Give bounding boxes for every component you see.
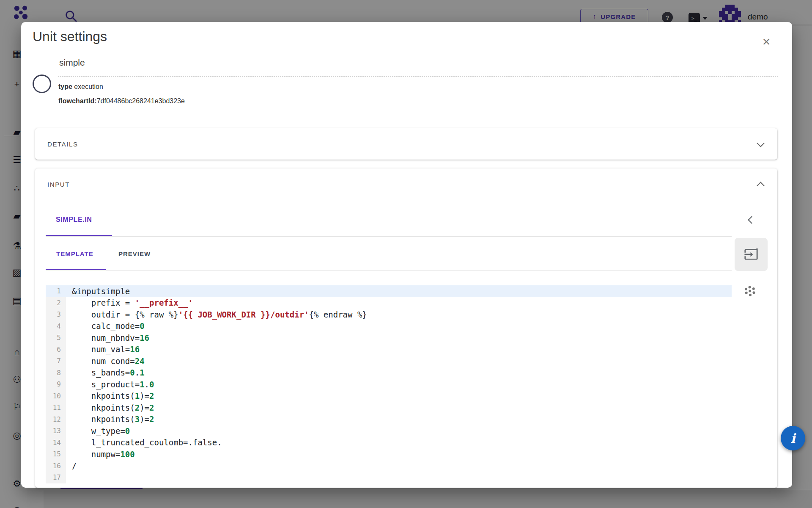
code-line-content[interactable]: / (66, 460, 732, 472)
code-line-content[interactable]: outdir = {% raw %}'{{ JOB_WORK_DIR }}/ou… (66, 309, 732, 320)
line-number: 13 (46, 425, 66, 437)
chevron-left-icon[interactable] (748, 216, 755, 224)
line-number: 7 (46, 355, 66, 367)
code-line-content[interactable]: numpw=100 (66, 448, 732, 460)
tab-simple-in[interactable]: SIMPLE.IN (56, 216, 92, 224)
input-section-label: INPUT (47, 181, 70, 188)
line-number: 14 (46, 437, 66, 449)
line-number: 11 (46, 402, 66, 414)
unit-type-value: execution (72, 83, 103, 90)
code-editor: 1&inputsimple2 prefix = '__prefix__'3 ou… (46, 285, 732, 483)
chevron-up-icon[interactable] (757, 182, 764, 189)
chevron-down-icon[interactable] (757, 139, 764, 147)
code-line-content[interactable]: num_val=16 (66, 344, 732, 356)
file-tab-border (46, 236, 732, 237)
info-button[interactable]: i (781, 426, 805, 450)
code-line-content[interactable]: nkpoints(2)=2 (66, 402, 732, 414)
line-number: 16 (46, 460, 66, 472)
code-line-content[interactable]: num_cond=24 (66, 355, 732, 367)
code-line-content[interactable]: prefix = '__prefix__' (66, 297, 732, 309)
tab-preview[interactable]: PREVIEW (118, 250, 151, 257)
unit-type-row: type execution (58, 83, 103, 91)
unit-flowchart-row: flowchartId:7df04486bc268241e3bd323e (58, 97, 185, 105)
code-line-content[interactable]: &inputsimple (66, 285, 732, 297)
code-line-content[interactable]: calc_mode=0 (66, 320, 732, 332)
tab-template[interactable]: TEMPLATE (56, 250, 93, 257)
unit-type-label: type (58, 83, 72, 90)
line-number: 12 (46, 414, 66, 425)
code-line[interactable]: 11 nkpoints(2)=2 (46, 402, 732, 414)
code-line-content[interactable]: l_truncated_coulomb=.false. (66, 437, 732, 449)
code-line[interactable]: 2 prefix = '__prefix__' (46, 297, 732, 309)
drag-dots-icon[interactable] (741, 282, 760, 301)
input-arrow-icon (744, 247, 758, 262)
code-line[interactable]: 7 num_cond=24 (46, 355, 732, 367)
line-number: 3 (46, 309, 66, 320)
code-line[interactable]: 16/ (46, 460, 732, 472)
line-number: 1 (46, 285, 66, 297)
unit-settings-dialog: Unit settings × simple type execution fl… (21, 22, 792, 488)
code-line[interactable]: 13 w_type=0 (46, 425, 732, 437)
line-number: 2 (46, 297, 66, 309)
code-line[interactable]: 17 (46, 472, 732, 483)
code-line[interactable]: 14 l_truncated_coulomb=.false. (46, 437, 732, 449)
line-number: 10 (46, 390, 66, 402)
code-line[interactable]: 1&inputsimple (46, 285, 732, 297)
line-number: 5 (46, 332, 66, 344)
code-line[interactable]: 9 s_product=1.0 (46, 378, 732, 390)
input-accordion: INPUT SIMPLE.IN TEMPLATE PREVIEW 1&input… (35, 168, 777, 488)
flowchart-id-label: flowchartId: (58, 97, 97, 105)
details-accordion[interactable]: DETAILS (35, 128, 777, 160)
close-icon[interactable]: × (758, 33, 775, 50)
details-section-label: DETAILS (47, 141, 78, 148)
code-line[interactable]: 5 num_nbndv=16 (46, 332, 732, 344)
code-line[interactable]: 12 nkpoints(3)=2 (46, 414, 732, 425)
dialog-title: Unit settings (33, 29, 107, 44)
code-line-content[interactable]: s_product=1.0 (66, 378, 732, 390)
code-line-content[interactable]: s_bands=0.1 (66, 367, 732, 379)
screen: ↑ UPGRADE ? >_ demo ▦+▰☰∴▰⚗▨▤⌂⚇⚐◎⚙ (0, 0, 812, 508)
code-line-content[interactable]: w_type=0 (66, 425, 732, 437)
code-line[interactable]: 10 nkpoints(1)=2 (46, 390, 732, 402)
code-line[interactable]: 6 num_val=16 (46, 344, 732, 356)
code-line-content[interactable] (66, 472, 732, 483)
code-line[interactable]: 3 outdir = {% raw %}'{{ JOB_WORK_DIR }}/… (46, 309, 732, 320)
code-line[interactable]: 4 calc_mode=0 (46, 320, 732, 332)
line-number: 17 (46, 472, 66, 483)
unit-status-circle-icon (33, 75, 51, 93)
line-number: 8 (46, 367, 66, 379)
editor-tab-border (46, 270, 732, 271)
flowchart-id-value: 7df04486bc268241e3bd323e (97, 97, 185, 105)
unit-name: simple (59, 58, 85, 68)
line-number: 15 (46, 448, 66, 460)
line-number: 6 (46, 344, 66, 356)
code-line[interactable]: 15 numpw=100 (46, 448, 732, 460)
unit-divider (58, 76, 778, 77)
line-number: 4 (46, 320, 66, 332)
code-line-content[interactable]: nkpoints(3)=2 (66, 414, 732, 425)
code-line-content[interactable]: num_nbndv=16 (66, 332, 732, 344)
code-line-content[interactable]: nkpoints(1)=2 (66, 390, 732, 402)
code-line[interactable]: 8 s_bands=0.1 (46, 367, 732, 379)
line-number: 9 (46, 378, 66, 390)
open-input-button[interactable] (735, 238, 768, 271)
